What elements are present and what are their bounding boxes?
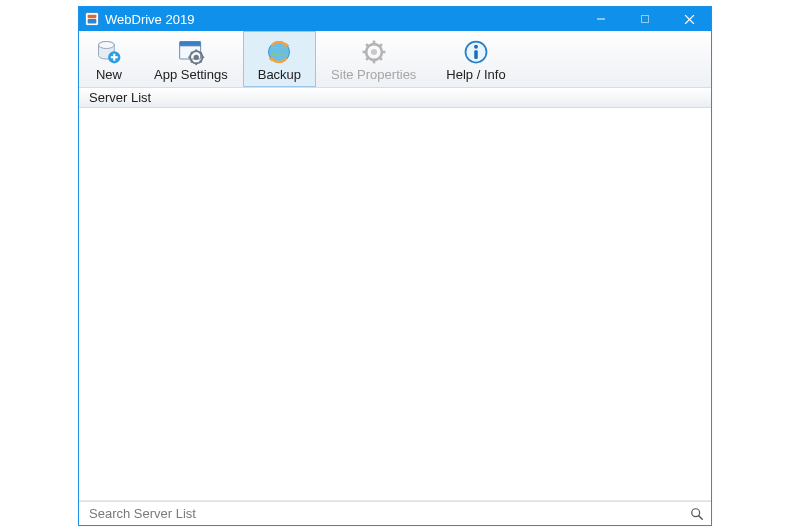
toolbar-label: App Settings (154, 67, 228, 82)
svg-line-34 (366, 44, 369, 47)
toolbar-label: Site Properties (331, 67, 416, 82)
window-controls (579, 7, 711, 31)
toolbar-label: Help / Info (446, 67, 505, 82)
help-info-button[interactable]: Help / Info (431, 31, 520, 87)
svg-point-16 (193, 54, 198, 59)
minimize-button[interactable] (579, 7, 623, 31)
server-list-area[interactable] (79, 108, 711, 501)
svg-line-23 (200, 52, 202, 54)
maximize-button[interactable] (623, 7, 667, 31)
svg-rect-4 (642, 16, 649, 23)
backup-button[interactable]: Backup (243, 31, 316, 87)
svg-line-21 (191, 52, 193, 54)
globe-refresh-icon (265, 38, 293, 66)
svg-rect-2 (88, 15, 97, 19)
app-icon (85, 12, 99, 26)
toolbar-label: New (96, 67, 122, 82)
titlebar: WebDrive 2019 (79, 7, 711, 31)
toolbar-label: Backup (258, 67, 301, 82)
svg-point-39 (474, 44, 478, 48)
svg-rect-40 (474, 50, 478, 59)
gear-icon (360, 38, 388, 66)
new-button[interactable]: New (79, 31, 139, 87)
search-bar (79, 501, 711, 525)
close-button[interactable] (667, 7, 711, 31)
app-window: WebDrive 2019 (78, 6, 712, 526)
toolbar: New (79, 31, 711, 88)
info-icon (462, 38, 490, 66)
window-title: WebDrive 2019 (105, 12, 579, 27)
svg-point-29 (371, 48, 377, 54)
server-list-header: Server List (79, 88, 711, 108)
svg-line-35 (379, 57, 382, 60)
database-add-icon (95, 38, 123, 66)
svg-line-22 (200, 60, 202, 62)
server-list-title: Server List (89, 90, 151, 105)
site-properties-button: Site Properties (316, 31, 431, 87)
settings-window-icon (177, 38, 205, 66)
svg-line-42 (699, 515, 703, 519)
svg-rect-1 (88, 19, 97, 23)
search-icon[interactable] (687, 504, 707, 524)
app-settings-button[interactable]: App Settings (139, 31, 243, 87)
svg-line-37 (366, 57, 369, 60)
svg-rect-13 (179, 41, 200, 45)
svg-line-36 (379, 44, 382, 47)
svg-point-8 (99, 41, 115, 48)
search-input[interactable] (87, 502, 683, 525)
svg-line-24 (191, 60, 193, 62)
